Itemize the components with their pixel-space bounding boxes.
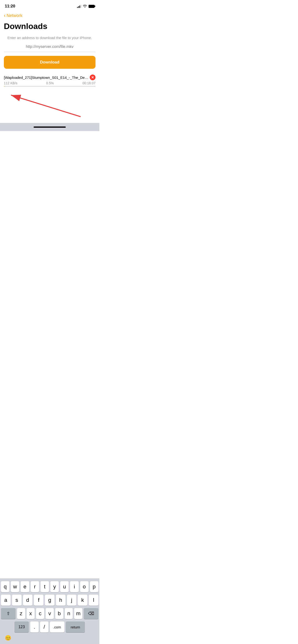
back-label: Network — [7, 13, 22, 18]
download-filename: [Waploaded_271]Stumptown_S01_E14_-_The_D… — [4, 76, 89, 80]
download-stats: 112 KB/s 0.5% 00:16:07 — [4, 81, 95, 85]
url-input[interactable] — [4, 44, 95, 50]
signal-icon — [77, 4, 81, 8]
download-percent: 0.5% — [46, 81, 54, 85]
home-indicator — [0, 123, 99, 131]
svg-line-1 — [11, 95, 81, 117]
arrow-svg — [4, 90, 95, 119]
battery-icon — [89, 5, 95, 8]
download-button[interactable]: Download — [4, 56, 95, 69]
download-time-remaining: 00:16:07 — [83, 81, 96, 85]
status-time: 11:20 — [5, 4, 15, 8]
chevron-left-icon: ‹ — [4, 12, 6, 19]
annotation-arrow — [4, 90, 95, 119]
download-item-header: [Waploaded_271]Stumptown_S01_E14_-_The_D… — [4, 74, 95, 80]
url-input-wrapper — [4, 44, 95, 52]
progress-bar — [4, 86, 95, 86]
close-icon: ✕ — [91, 76, 94, 79]
page-subtitle: Enter an address to download the file to… — [0, 36, 99, 44]
status-icons — [77, 4, 95, 8]
status-bar: 11:20 — [0, 0, 99, 10]
cancel-download-button[interactable]: ✕ — [90, 74, 95, 80]
back-button[interactable]: ‹ Network — [0, 10, 99, 20]
home-bar — [34, 126, 66, 128]
wifi-icon — [83, 4, 87, 8]
progress-bar-fill — [4, 86, 4, 86]
download-item: [Waploaded_271]Stumptown_S01_E14_-_The_D… — [4, 74, 95, 86]
page-title: Downloads — [0, 20, 99, 36]
download-speed: 112 KB/s — [4, 81, 18, 85]
